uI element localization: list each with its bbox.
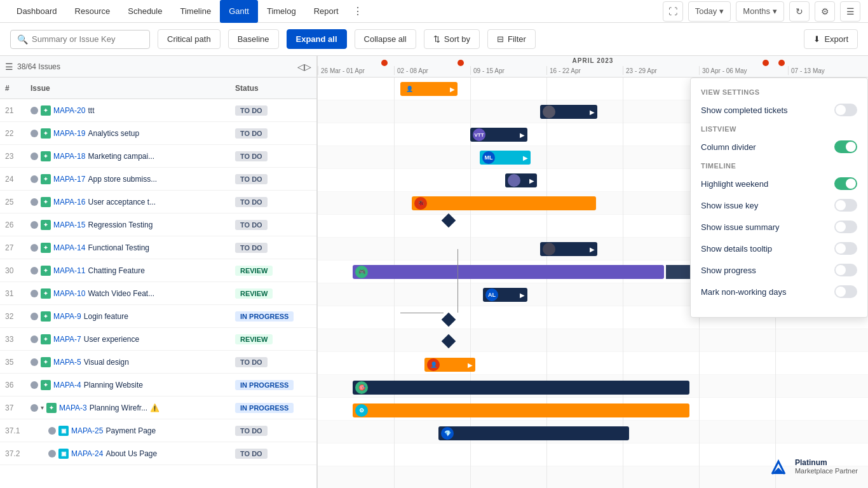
- issue-key[interactable]: MAPA-19: [53, 129, 85, 138]
- issue-type-icon: ✦: [41, 220, 51, 230]
- issue-type-icon: ✦: [41, 174, 51, 184]
- issue-type-icon: ✦: [41, 380, 51, 390]
- search-input[interactable]: [32, 34, 133, 44]
- week-4: 16 - 22 Apr: [546, 66, 623, 75]
- settings-icon[interactable]: ⚙: [815, 1, 835, 22]
- week-1-label: 26 Mar - 01 Apr: [321, 67, 365, 74]
- issue-title: ttt: [88, 106, 235, 115]
- issue-key[interactable]: MAPA-17: [53, 175, 85, 184]
- bar-mapa20-avatar: 👤: [403, 83, 416, 95]
- collapse-panel-icon[interactable]: ◁▷: [297, 62, 311, 72]
- bar-mapa10[interactable]: 🎮: [353, 265, 664, 279]
- nav-timeline[interactable]: Timeline: [171, 0, 220, 23]
- fullscreen-icon[interactable]: ⛶: [663, 1, 683, 22]
- issue-key[interactable]: MAPA-18: [53, 152, 85, 161]
- issue-key[interactable]: MAPA-9: [53, 312, 81, 321]
- bar-mapa20[interactable]: 👤 ▶: [400, 82, 458, 96]
- bar-mapa24[interactable]: 💎: [438, 426, 629, 440]
- bar-mapa19[interactable]: ▶: [540, 105, 597, 119]
- refresh-icon[interactable]: ↻: [789, 1, 810, 22]
- vs-show-completed-toggle[interactable]: [834, 104, 857, 116]
- nav-schedule[interactable]: Schedule: [119, 0, 171, 23]
- bar-mapa9[interactable]: AL ▶: [483, 288, 527, 302]
- week-7-label: 07 - 13 May: [791, 67, 825, 74]
- today-button[interactable]: Today ▾: [688, 1, 731, 22]
- bar-mapa17[interactable]: ML ▶: [480, 151, 531, 165]
- vs-highlight-weekend-toggle[interactable]: [834, 177, 857, 190]
- left-panel-header: ☰ 38/64 Issues ◁▷: [0, 56, 316, 78]
- row-status-cell: IN PROGRESS: [235, 311, 311, 322]
- more-options-icon[interactable]: ☰: [840, 1, 860, 22]
- filter-button[interactable]: ⊟ Filter: [487, 29, 536, 49]
- gantt-month-label: APRIL 2023: [318, 57, 868, 64]
- vs-show-issue-summary-toggle[interactable]: [834, 220, 857, 233]
- vs-column-divider-toggle[interactable]: [834, 140, 857, 153]
- vs-show-issue-key-toggle[interactable]: [834, 199, 857, 212]
- gantt-header: APRIL 2023 26 Mar - 01 Apr 02 - 08 Apr 0…: [318, 56, 868, 78]
- row-status-cell: TO DO: [235, 105, 311, 116]
- issue-title: App store submiss...: [88, 175, 235, 184]
- bar-mapa4[interactable]: 👤 ▶: [424, 358, 475, 372]
- nav-report[interactable]: Report: [305, 0, 348, 23]
- issue-key[interactable]: MAPA-25: [71, 426, 103, 435]
- issue-key[interactable]: MAPA-3: [59, 403, 87, 412]
- issue-key[interactable]: MAPA-15: [53, 220, 85, 229]
- issue-key[interactable]: MAPA-4: [53, 381, 81, 390]
- bar-mapa11[interactable]: ▶: [540, 242, 597, 256]
- bar-mapa16[interactable]: ▶: [505, 173, 537, 187]
- issue-key[interactable]: MAPA-7: [53, 335, 81, 344]
- issue-key[interactable]: MAPA-11: [53, 266, 85, 275]
- bar-mapa15[interactable]: 🐞: [412, 196, 596, 210]
- vs-show-progress-toggle[interactable]: [834, 264, 857, 276]
- nav-timelog[interactable]: Timelog: [258, 0, 305, 23]
- issue-key[interactable]: MAPA-5: [53, 358, 81, 367]
- row-status-cell: IN PROGRESS: [235, 403, 311, 413]
- export-button[interactable]: ⬇ Export: [804, 29, 858, 49]
- issue-key[interactable]: MAPA-24: [71, 449, 103, 458]
- issue-key[interactable]: MAPA-20: [53, 106, 85, 115]
- sort-by-button[interactable]: ⇅ Sort by: [424, 29, 480, 49]
- row-dot: [31, 290, 38, 297]
- row-issue-cell: ✦ MAPA-10 Watch Video Feat...: [31, 288, 235, 299]
- nav-resource[interactable]: Resource: [66, 0, 119, 23]
- issue-rows: 21 ✦ MAPA-20 ttt TO DO 22 ✦ MAPA-19 Anal…: [0, 99, 316, 488]
- col-hash-header: #: [5, 84, 31, 93]
- issue-key[interactable]: MAPA-14: [53, 243, 85, 252]
- nav-gantt[interactable]: Gantt: [220, 0, 258, 23]
- critical-path-label: Critical path: [167, 34, 211, 44]
- toolbar: 🔍 Critical path Baseline Expand all Coll…: [0, 23, 868, 56]
- bar-mapa18[interactable]: VTT ▶: [470, 128, 527, 142]
- row-issue-cell: ✦ MAPA-20 ttt: [31, 105, 235, 116]
- row-status-cell: TO DO: [235, 174, 311, 184]
- months-button[interactable]: Months ▾: [736, 1, 784, 22]
- baseline-button[interactable]: Baseline: [228, 29, 279, 49]
- nav-more-icon[interactable]: ⋮: [348, 5, 368, 17]
- row-number: 37.1: [5, 426, 31, 435]
- expand-all-button[interactable]: Expand all: [287, 29, 347, 49]
- vs-mark-non-working-toggle[interactable]: [834, 285, 857, 298]
- issue-row: 33 ✦ MAPA-7 User experience REVIEW: [0, 328, 316, 351]
- row-number: 24: [5, 175, 31, 184]
- search-box[interactable]: 🔍: [10, 30, 150, 49]
- nav-dashboard[interactable]: Dashboard: [8, 0, 66, 23]
- bar-mapa3[interactable]: 🎯: [353, 381, 689, 395]
- issue-key[interactable]: MAPA-10: [53, 289, 85, 298]
- bar-mapa20-arrow: ▶: [450, 86, 455, 93]
- critical-path-button[interactable]: Critical path: [158, 29, 220, 49]
- vs-show-details-tooltip-toggle[interactable]: [834, 242, 857, 255]
- row-dot: [31, 381, 38, 389]
- left-panel: ☰ 38/64 Issues ◁▷ # Issue Status 21 ✦ MA…: [0, 56, 318, 488]
- connector-2: [458, 249, 458, 313]
- expand-arrow[interactable]: ▾: [41, 404, 44, 411]
- row-dot: [31, 404, 38, 412]
- bar-mapa25[interactable]: ⚙: [353, 403, 689, 417]
- main-content: ☰ 38/64 Issues ◁▷ # Issue Status 21 ✦ MA…: [0, 56, 868, 488]
- status-badge: REVIEW: [235, 288, 273, 299]
- bar-mapa16-avatar: [508, 174, 520, 187]
- issue-row: 25 ✦ MAPA-16 User acceptance t... TO DO: [0, 191, 316, 214]
- issue-key[interactable]: MAPA-16: [53, 198, 85, 207]
- collapse-all-button[interactable]: Collapse all: [355, 29, 416, 49]
- bar-mapa4-avatar: 👤: [427, 358, 440, 371]
- row-issue-cell: ✦ MAPA-19 Analytics setup: [31, 128, 235, 139]
- row-dot: [31, 313, 38, 320]
